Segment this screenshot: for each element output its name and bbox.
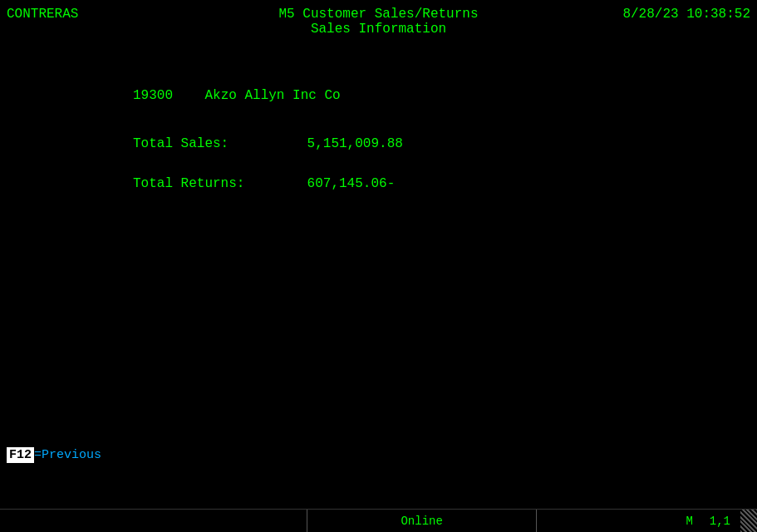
title-section: M5 Customer Sales/Returns Sales Informat… [278, 7, 478, 37]
customer-id: 19300 [133, 88, 173, 103]
sales-line: Total Sales: 5,151,009.88 [133, 136, 757, 151]
datetime: 8/28/23 10:38:52 [622, 7, 750, 22]
status-mode: M [686, 515, 692, 528]
sales-value: 5,151,009.88 [307, 136, 403, 151]
returns-label: Total Returns: [133, 176, 299, 191]
f12-bar[interactable]: F12=Previous [7, 447, 101, 462]
status-bar: Online M 1,1 [0, 509, 757, 532]
main-screen: CONTRERAS 8/28/23 10:38:52 M5 Customer S… [0, 0, 757, 509]
status-position: 1,1 [710, 515, 730, 528]
title-line1: M5 Customer Sales/Returns [278, 7, 478, 22]
status-online: Online [307, 515, 536, 528]
returns-line: Total Returns: 607,145.06- [133, 176, 757, 191]
sales-label: Total Sales: [133, 136, 299, 151]
f12-label[interactable]: =Previous [34, 448, 101, 462]
username: CONTRERAS [7, 7, 78, 22]
status-right: M 1,1 [686, 515, 740, 528]
f12-key[interactable]: F12 [7, 447, 34, 463]
content-area: 19300 Akzo Allyn Inc Co Total Sales: 5,1… [0, 88, 757, 191]
customer-name: Akzo Allyn Inc Co [204, 88, 340, 103]
customer-line: 19300 Akzo Allyn Inc Co [133, 88, 757, 103]
returns-value: 607,145.06- [307, 176, 396, 191]
title-line2: Sales Information [278, 22, 478, 37]
